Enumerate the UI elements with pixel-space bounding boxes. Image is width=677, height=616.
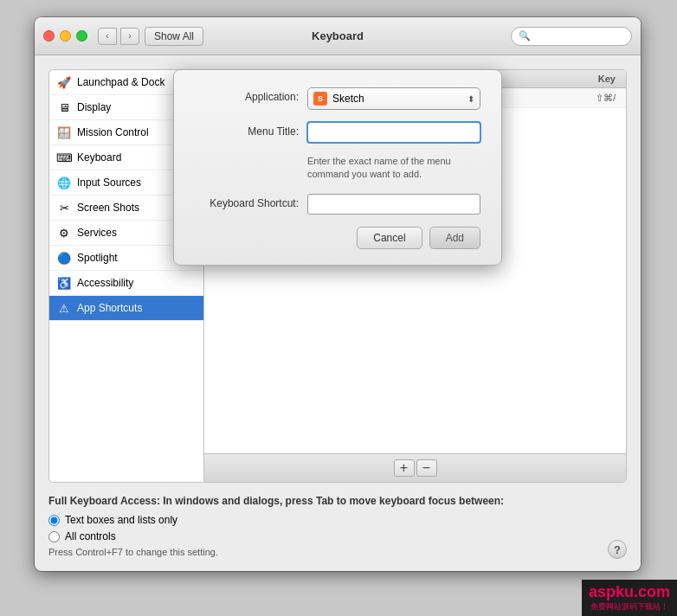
keyboard-shortcut-row: Keyboard Shortcut: [195,194,480,215]
add-button[interactable]: Add [429,227,480,249]
menu-title-label: Menu Title: [195,122,307,138]
dialog-overlay: Application: S Sketch ⬍ Menu Title: Ente… [35,17,641,571]
cancel-button[interactable]: Cancel [357,227,422,249]
dialog-hint: Enter the exact name of the menu command… [307,155,480,182]
menu-title-input[interactable] [307,122,480,143]
add-shortcut-dialog: Application: S Sketch ⬍ Menu Title: Ente… [173,69,502,266]
application-label: Application: [195,87,307,103]
keyboard-shortcut-input[interactable] [307,194,480,215]
dialog-buttons: Cancel Add [195,227,480,249]
watermark-badge: aspku.com 免费网站源码下载站！ [582,580,677,616]
app-select-arrow-icon: ⬍ [467,94,474,104]
keyboard-shortcut-label: Keyboard Shortcut: [195,194,307,209]
watermark-sub: 免费网站源码下载站！ [589,601,670,613]
application-select[interactable]: S Sketch ⬍ [307,87,480,110]
watermark-text: aspku.com [589,583,670,601]
menu-title-row: Menu Title: [195,122,480,143]
application-row: Application: S Sketch ⬍ [195,87,480,110]
app-select-value: Sketch [332,93,467,105]
keyboard-preferences-window: ‹ › Show All Keyboard 🔍 🚀 Launchpad & Do… [35,17,641,571]
app-select-icon: S [313,92,327,106]
